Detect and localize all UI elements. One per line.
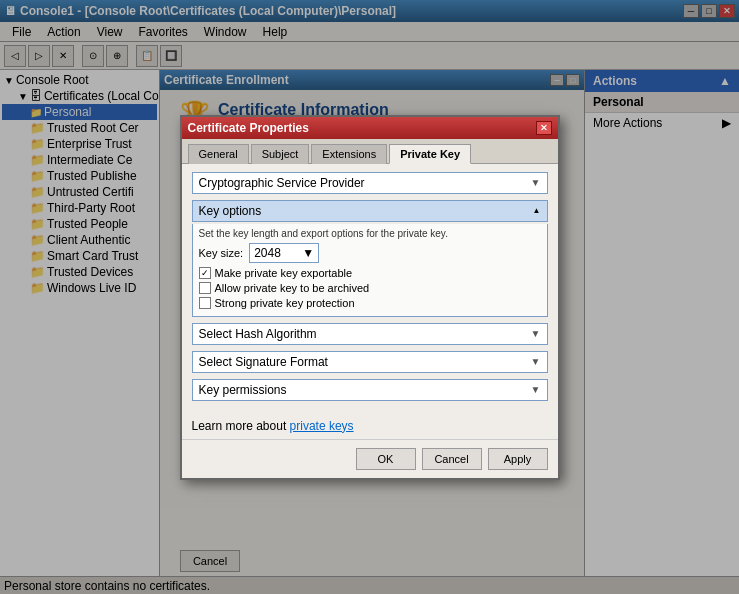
learn-more-row: Learn more about private keys: [182, 415, 558, 439]
key-size-arrow: ▼: [302, 246, 314, 260]
key-size-label: Key size:: [199, 247, 244, 259]
hash-dropdown-arrow: ▼: [531, 328, 541, 339]
signature-dropdown-arrow: ▼: [531, 356, 541, 367]
csp-dropdown-row: Cryptographic Service Provider ▼: [192, 172, 548, 194]
tab-private-key[interactable]: Private Key: [389, 144, 471, 164]
key-options-content: Set the key length and export options fo…: [192, 224, 548, 317]
csp-dropdown-value: Cryptographic Service Provider: [199, 176, 365, 190]
archive-checkbox-row: Allow private key to be archived: [199, 282, 541, 294]
signature-dropdown-value: Select Signature Format: [199, 355, 328, 369]
key-permissions-dropdown-arrow: ▼: [531, 384, 541, 395]
strong-protection-checkbox-row: Strong private key protection: [199, 297, 541, 309]
dialog-body: Cryptographic Service Provider ▼ Key opt…: [182, 164, 558, 415]
modal-overlay: Certificate Properties ✕ General Subject…: [0, 0, 739, 594]
exportable-checkbox-row: ✓ Make private key exportable: [199, 267, 541, 279]
key-size-row: Key size: 2048 ▼: [199, 243, 541, 263]
apply-button[interactable]: Apply: [488, 448, 548, 470]
strong-protection-checkbox[interactable]: [199, 297, 211, 309]
archive-checkbox[interactable]: [199, 282, 211, 294]
strong-protection-label: Strong private key protection: [215, 297, 355, 309]
cancel-button[interactable]: Cancel: [422, 448, 482, 470]
hash-dropdown[interactable]: Select Hash Algorithm ▼: [192, 323, 548, 345]
key-size-value: 2048: [254, 246, 281, 260]
key-permissions-dropdown-row: Key permissions ▼: [192, 379, 548, 401]
tab-general[interactable]: General: [188, 144, 249, 164]
hash-dropdown-value: Select Hash Algorithm: [199, 327, 317, 341]
tabs-bar: General Subject Extensions Private Key: [182, 139, 558, 164]
private-keys-link[interactable]: private keys: [290, 419, 354, 433]
csp-dropdown[interactable]: Cryptographic Service Provider ▼: [192, 172, 548, 194]
signature-dropdown-row: Select Signature Format ▼: [192, 351, 548, 373]
key-permissions-dropdown[interactable]: Key permissions ▼: [192, 379, 548, 401]
key-options-header[interactable]: Key options ▲: [192, 200, 548, 222]
key-permissions-dropdown-value: Key permissions: [199, 383, 287, 397]
key-options-label: Key options: [199, 204, 262, 218]
dialog-footer: OK Cancel Apply: [182, 439, 558, 478]
key-options-collapse-icon: ▲: [533, 206, 541, 215]
dialog-close-button[interactable]: ✕: [536, 121, 552, 135]
exportable-checkbox[interactable]: ✓: [199, 267, 211, 279]
ok-button[interactable]: OK: [356, 448, 416, 470]
hash-dropdown-row: Select Hash Algorithm ▼: [192, 323, 548, 345]
key-size-select[interactable]: 2048 ▼: [249, 243, 319, 263]
dialog-title: Certificate Properties: [188, 121, 309, 135]
tab-extensions[interactable]: Extensions: [311, 144, 387, 164]
csp-dropdown-arrow: ▼: [531, 177, 541, 188]
key-options-description: Set the key length and export options fo…: [199, 228, 541, 239]
archive-label: Allow private key to be archived: [215, 282, 370, 294]
learn-more-prefix: Learn more about: [192, 419, 290, 433]
exportable-label: Make private key exportable: [215, 267, 353, 279]
tab-subject[interactable]: Subject: [251, 144, 310, 164]
signature-dropdown[interactable]: Select Signature Format ▼: [192, 351, 548, 373]
cert-properties-dialog: Certificate Properties ✕ General Subject…: [180, 115, 560, 480]
dialog-titlebar: Certificate Properties ✕: [182, 117, 558, 139]
